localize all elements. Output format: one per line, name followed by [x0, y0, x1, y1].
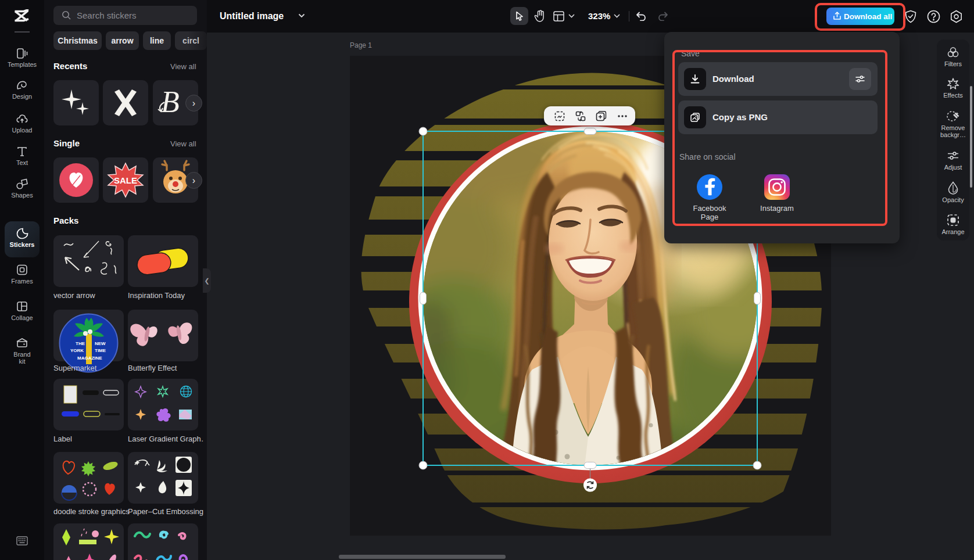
svg-text:TIME: TIME	[95, 348, 106, 353]
svg-text:YORK: YORK	[70, 348, 84, 353]
svg-text:NEW: NEW	[95, 341, 106, 346]
svg-text:THE: THE	[76, 341, 85, 346]
svg-text:SALE: SALE	[114, 175, 137, 185]
svg-text:MAGAZINE: MAGAZINE	[77, 356, 102, 361]
